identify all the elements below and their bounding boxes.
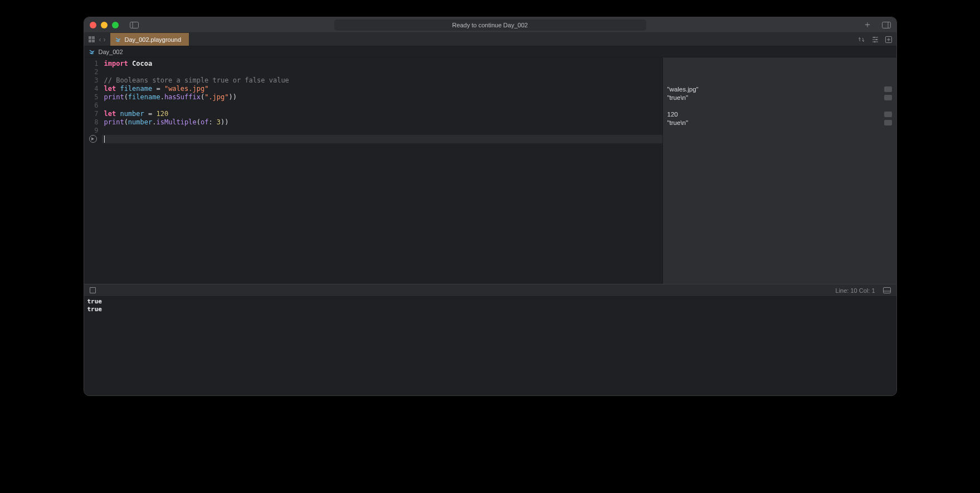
line-number: 3 [84, 76, 99, 85]
quicklook-icon[interactable] [884, 95, 892, 100]
svg-rect-0 [130, 22, 138, 28]
svg-rect-13 [883, 288, 890, 293]
code-line[interactable]: let filename = "wales.jpg" [104, 85, 662, 93]
console-toolbar: Line: 10 Col: 1 [84, 284, 896, 297]
add-icon[interactable]: ＋ [863, 19, 872, 31]
result-row[interactable]: 120 [667, 110, 892, 118]
close-window-button[interactable] [90, 22, 96, 28]
code-editor[interactable]: 123456789 import Cocoa// Booleans store … [84, 57, 662, 284]
line-number: 9 [84, 127, 99, 135]
left-sidebar-toggle-icon[interactable] [129, 21, 140, 29]
code-line[interactable] [104, 68, 662, 76]
nav-back-icon[interactable]: ‹ [99, 36, 101, 44]
console-output[interactable]: truetrue [84, 297, 896, 395]
line-number: 1 [84, 60, 99, 68]
line-number: 6 [84, 102, 99, 110]
line-number: 7 [84, 110, 99, 118]
svg-rect-9 [874, 41, 875, 42]
adjust-editor-icon[interactable] [872, 36, 879, 43]
quicklook-icon[interactable] [884, 120, 892, 125]
text-cursor [104, 136, 105, 143]
result-value: 120 [667, 111, 678, 118]
code-line[interactable] [104, 102, 662, 110]
svg-rect-8 [876, 39, 877, 40]
cursor-position: Line: 10 Col: 1 [836, 287, 875, 294]
line-number: 4 [84, 85, 99, 93]
result-row[interactable]: "true\n" [667, 93, 892, 102]
console-line: true [87, 298, 893, 306]
xcode-window: Ready to continue Day_002 ＋ ‹ › Day_002.… [84, 17, 897, 396]
tab-bar: ‹ › Day_002.playground [84, 33, 896, 46]
debug-area: Line: 10 Col: 1 truetrue [84, 284, 896, 395]
line-gutter: 123456789 [84, 57, 102, 284]
quicklook-icon[interactable] [884, 112, 892, 117]
code-line[interactable] [104, 135, 662, 143]
add-editor-icon[interactable] [885, 36, 892, 43]
titlebar: Ready to continue Day_002 ＋ [84, 17, 896, 33]
result-value: "wales.jpg" [667, 86, 699, 93]
line-number: 2 [84, 68, 99, 76]
results-sidebar: "wales.jpg""true\n"120"true\n" [662, 57, 896, 284]
status-text: Ready to continue Day_002 [452, 22, 528, 28]
console-filter-icon[interactable] [90, 287, 96, 293]
line-number: 8 [84, 118, 99, 127]
svg-rect-7 [874, 37, 875, 38]
result-row[interactable]: "true\n" [667, 118, 892, 127]
code-line[interactable] [104, 127, 662, 135]
quicklook-icon[interactable] [884, 86, 892, 92]
code-line[interactable]: import Cocoa [104, 60, 662, 68]
tab-label: Day_002.playground [125, 36, 182, 43]
traffic-lights [90, 22, 119, 28]
line-number: 5 [84, 93, 99, 102]
console-line: true [87, 306, 893, 313]
nav-forward-icon[interactable]: › [104, 36, 106, 44]
result-value: "true\n" [667, 119, 689, 126]
code-line[interactable]: // Booleans store a simple true or false… [104, 76, 662, 85]
library-icon[interactable] [882, 22, 891, 28]
swift-icon [89, 49, 95, 55]
swift-icon [115, 36, 121, 43]
related-items-icon[interactable] [89, 36, 95, 42]
result-value: "true\n" [667, 94, 689, 101]
breadcrumb-label: Day_002 [99, 49, 123, 55]
console-toggle-icon[interactable] [883, 287, 891, 293]
result-row[interactable]: "wales.jpg" [667, 85, 892, 93]
code-line[interactable]: print(filename.hasSuffix(".jpg")) [104, 93, 662, 102]
refresh-icon[interactable] [857, 36, 865, 43]
zoom-window-button[interactable] [112, 22, 119, 28]
code-line[interactable]: print(number.isMultiple(of: 3)) [104, 118, 662, 127]
status-bar[interactable]: Ready to continue Day_002 [334, 20, 646, 31]
main-area: 123456789 import Cocoa// Booleans store … [84, 57, 896, 284]
minimize-window-button[interactable] [101, 22, 108, 28]
tab-active[interactable]: Day_002.playground [110, 33, 189, 46]
svg-rect-2 [882, 22, 890, 28]
code-line[interactable]: let number = 120 [104, 110, 662, 118]
code-area[interactable]: import Cocoa// Booleans store a simple t… [102, 57, 662, 284]
breadcrumb[interactable]: Day_002 [84, 46, 896, 57]
